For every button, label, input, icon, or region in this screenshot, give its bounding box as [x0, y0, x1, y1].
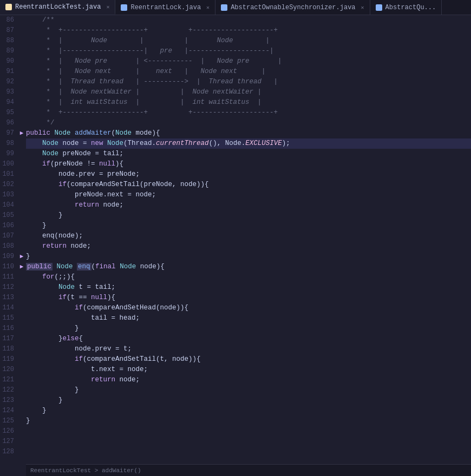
code-line-89: * |--------------------| pre |----------…	[26, 46, 471, 56]
code-line-112: Node t = tail;	[26, 282, 471, 293]
code-line-117: }else{	[26, 334, 471, 344]
code-line-124: }	[26, 406, 471, 416]
tab-abstractqu[interactable]: AbstractQu...	[370, 0, 442, 15]
code-line-104: return node;	[26, 200, 471, 210]
tab-abstractownable[interactable]: AbstractOwnableSynchronizer.java ✕	[215, 0, 370, 15]
code-line-106: }	[26, 221, 471, 231]
code-line-86: /**	[26, 15, 471, 25]
tab-icon-1	[5, 4, 12, 10]
editor-window: ReentrantLockTest.java ✕ ReentrantLock.j…	[0, 0, 471, 476]
code-line-88: * | Node | | Node |	[26, 36, 471, 46]
tab-close-3[interactable]: ✕	[361, 4, 364, 11]
code-line-94: * | int waitStatus | | int waitStatus |	[26, 97, 471, 108]
code-line-123: }	[26, 395, 471, 406]
code-line-125: }	[26, 416, 471, 426]
tab-icon-2	[121, 4, 127, 11]
breadcrumb: ReentrantLockTest > addWaiter()	[30, 467, 141, 474]
code-line-111: for(;;){	[26, 272, 471, 282]
code-editor: 86 87 88 89 90 91 92 93 94 95 96 97 98 9…	[0, 15, 471, 476]
gutter: ▶ ▶ ▶	[17, 15, 26, 476]
tab-close-1[interactable]: ✕	[106, 4, 109, 10]
code-line-96: */	[26, 118, 471, 128]
code-line-98: Node node = new Node(Thread.currentThrea…	[26, 138, 471, 149]
code-line-119: if(compareAndSetTail(t, node)){	[26, 354, 471, 365]
tab-icon-4	[376, 4, 382, 11]
code-line-101: node.prev = preNode;	[26, 169, 471, 180]
tab-reentrantlock[interactable]: ReentrantLock.java ✕	[115, 0, 215, 15]
tab-icon-3	[221, 4, 227, 11]
code-line-102: if(compareAndSetTail(preNode, node)){	[26, 180, 471, 190]
code-line-93: * | Node nextWaiter | | Node nextWaiter …	[26, 87, 471, 97]
tab-bar: ReentrantLockTest.java ✕ ReentrantLock.j…	[0, 0, 471, 15]
code-line-118: node.prev = t;	[26, 344, 471, 354]
code-line-121: return node;	[26, 375, 471, 385]
tab-label-3: AbstractOwnableSynchronizer.java	[231, 4, 355, 11]
code-line-92: * | Thread thread | ----------> | Thread…	[26, 77, 471, 87]
code-line-97: public Node addWaiter(Node mode){	[26, 128, 471, 138]
tab-label-2: ReentrantLock.java	[130, 4, 201, 11]
code-line-103: preNode.next = node;	[26, 190, 471, 200]
code-line-107: enq(node);	[26, 231, 471, 241]
code-lines[interactable]: /** * +--------------------+ +----------…	[26, 15, 471, 476]
code-line-122: }	[26, 385, 471, 395]
tab-label-1: ReentrantLockTest.java	[15, 3, 101, 11]
tab-reentrantlocktest[interactable]: ReentrantLockTest.java ✕	[0, 0, 115, 15]
code-line-95: * +--------------------+ +--------------…	[26, 108, 471, 118]
code-line-113: if(t == null){	[26, 293, 471, 303]
line-numbers: 86 87 88 89 90 91 92 93 94 95 96 97 98 9…	[0, 15, 17, 476]
code-line-115: tail = head;	[26, 313, 471, 323]
code-line-108: return node;	[26, 241, 471, 252]
code-line-87: * +--------------------+ +--------------…	[26, 25, 471, 36]
code-line-120: t.next = node;	[26, 365, 471, 375]
code-line-99: Node preNode = tail;	[26, 149, 471, 159]
code-line-109: }	[26, 252, 471, 262]
code-line-100: if(preNode != null){	[26, 159, 471, 169]
code-line-90: * | Node pre | <----------- | Node pre |	[26, 56, 471, 67]
code-line-110: public Node enq(final Node node){	[26, 262, 471, 272]
tab-close-2[interactable]: ✕	[206, 4, 210, 11]
tab-label-4: AbstractQu...	[385, 4, 436, 11]
code-line-116: }	[26, 323, 471, 334]
code-line-114: if(compareAndSetHead(node)){	[26, 303, 471, 313]
code-line-91: * | Node next | next | Node next |	[26, 67, 471, 77]
code-line-105: }	[26, 210, 471, 221]
